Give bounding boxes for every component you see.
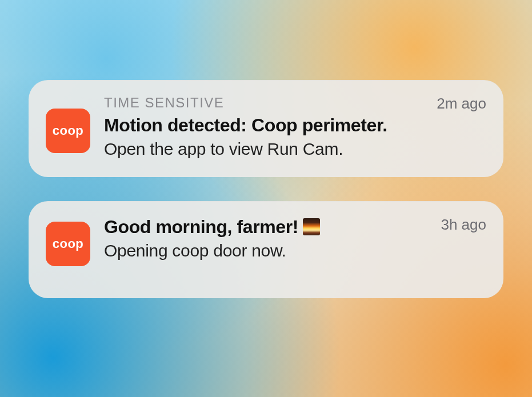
notification-stack: coop TIME SENSITIVE Motion detected: Coo… bbox=[29, 80, 503, 298]
notification-timestamp: 3h ago bbox=[441, 216, 486, 234]
app-icon-label: coop bbox=[53, 123, 84, 138]
notification-content: Good morning, farmer! Opening coop door … bbox=[104, 215, 431, 262]
notification-card[interactable]: coop Good morning, farmer! Opening coop … bbox=[29, 201, 503, 298]
notification-body: Open the app to view Run Cam. bbox=[104, 138, 427, 160]
notification-title: Motion detected: Coop perimeter. bbox=[104, 114, 387, 136]
notification-timestamp: 2m ago bbox=[437, 95, 486, 113]
app-icon-label: coop bbox=[53, 236, 84, 251]
notification-card[interactable]: coop TIME SENSITIVE Motion detected: Coo… bbox=[29, 80, 503, 177]
app-icon: coop bbox=[46, 222, 90, 266]
time-sensitive-flag: TIME SENSITIVE bbox=[104, 95, 427, 111]
notification-title: Good morning, farmer! bbox=[104, 216, 298, 238]
app-icon: coop bbox=[46, 109, 90, 153]
notification-body: Opening coop door now. bbox=[104, 240, 431, 262]
sunrise-icon bbox=[303, 218, 320, 235]
notification-content: TIME SENSITIVE Motion detected: Coop per… bbox=[104, 94, 427, 160]
